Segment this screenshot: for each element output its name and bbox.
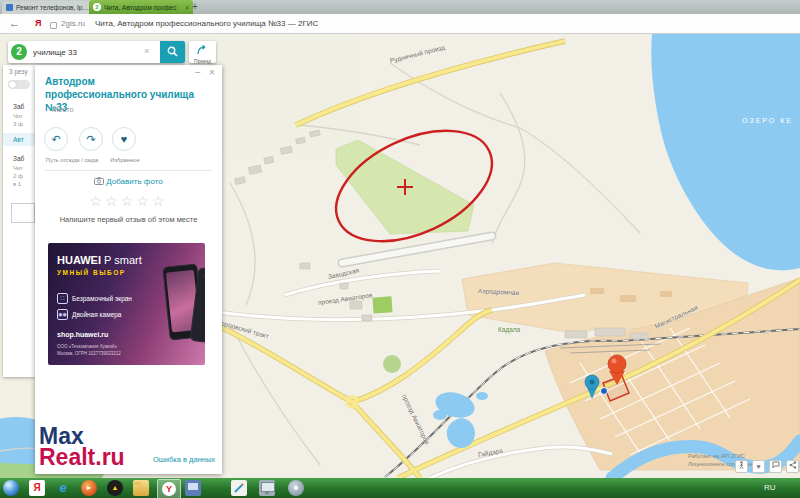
browser-address-bar: ← Я 2gis.ru Чита, Автодром профессиональ… (0, 14, 800, 34)
yandex-icon[interactable]: Я (35, 18, 41, 28)
start-button[interactable] (3, 480, 19, 496)
yandex-app-icon[interactable]: Я (29, 480, 45, 496)
ad-slogan: УМНЫЙ ВЫБОР (57, 269, 126, 276)
search-bar: 2 × (8, 41, 185, 63)
tab-title: Ремонт телефонов, Iphone (16, 4, 90, 11)
results-count: 3 резу (9, 68, 28, 75)
tab-favicon-2gis: 2 (93, 3, 101, 11)
result-item-sub: 3 ф (13, 121, 23, 127)
back-button[interactable]: ← (9, 17, 20, 29)
result-item-sub: 2 ф (13, 173, 23, 179)
yandex-browser-active-icon[interactable]: Y (157, 479, 181, 498)
close-card-button[interactable]: × (209, 67, 215, 78)
api-credit: Работает на API 2ГИС (688, 452, 757, 460)
route-icon (197, 45, 208, 55)
results-toggle[interactable] (8, 80, 30, 89)
heart-icon: ♥ (121, 133, 128, 145)
security-icon (50, 22, 57, 29)
comments-button[interactable] (769, 460, 782, 473)
place-kind: Место (52, 105, 74, 114)
browser-tab-inactive[interactable]: Ремонт телефонов, Iphone (2, 1, 94, 14)
pedestrian-button[interactable] (735, 460, 748, 473)
place-card: − × Автодром профессионального училища №… (35, 65, 222, 474)
result-item[interactable]: Заб (13, 103, 24, 110)
search-button[interactable] (160, 41, 185, 63)
rating-stars[interactable]: ☆☆☆☆☆ (35, 193, 222, 209)
ad-site-link[interactable]: shop.huawei.ru (57, 331, 108, 338)
route-to-button[interactable]: ↷ (79, 127, 103, 151)
huawei-ad-banner[interactable]: HUAWEI P smart УМНЫЙ ВЫБОР ⛶Безрамочный … (48, 243, 205, 365)
internet-explorer-icon[interactable]: e (55, 480, 71, 496)
close-tab-icon[interactable]: × (185, 4, 189, 11)
2gis-logo-icon: 2 (11, 44, 27, 60)
route-search-button[interactable]: Проезд (189, 41, 216, 63)
ad-legal: ООО «Техкомпания Хуавэй»Москва, ОГРН 102… (57, 344, 137, 358)
page-title: Чита, Автодром профессионального училища… (95, 19, 318, 28)
camera-icon (94, 177, 104, 185)
ad-feature-2: ◉◉Двойная камера (57, 309, 121, 320)
heart-icon: ♥ (756, 463, 760, 470)
app-icon-blue[interactable] (185, 480, 201, 496)
result-item[interactable]: Заб (13, 155, 24, 162)
ad-feature-1: ⛶Безрамочный экран (57, 293, 132, 304)
search-results-panel: 3 резу Заб Чит 3 ф Авт Заб Чит 2 ф в 1 (3, 65, 35, 377)
result-item-sub: в 1 (13, 181, 21, 187)
clear-search-icon[interactable]: × (144, 46, 149, 56)
result-item-sub: Чит (13, 113, 23, 119)
search-icon (167, 46, 178, 57)
ad-brand: HUAWEI P smart (57, 254, 142, 266)
favorites-button[interactable]: ♥ (752, 460, 765, 473)
add-photo-link[interactable]: Добавить фото (35, 177, 222, 186)
tab-favicon (6, 4, 13, 11)
folder-icon[interactable] (133, 480, 149, 496)
frameless-screen-icon: ⛶ (57, 293, 68, 304)
panel-widget[interactable] (11, 203, 35, 223)
browser-tab-active[interactable]: 2 Чита, Автодром профес × (89, 0, 193, 14)
app-icon-document[interactable] (231, 480, 247, 496)
language-indicator[interactable]: RU (764, 483, 776, 492)
minimize-button[interactable]: − (195, 67, 201, 78)
media-player-icon[interactable]: ▸ (81, 480, 97, 496)
result-item-selected[interactable]: Авт (13, 136, 24, 143)
dual-camera-icon: ◉◉ (57, 309, 68, 320)
route-from-button[interactable]: ↶ (44, 127, 68, 151)
app-icon-monitor[interactable] (259, 480, 275, 496)
data-error-link[interactable]: Ошибка в данных (153, 455, 215, 464)
tab-title: Чита, Автодром профес (104, 4, 183, 11)
favorite-label: Избранное (105, 157, 145, 163)
desktop-screen: Рудничный проезд Заводская проезд Авиато… (0, 0, 800, 498)
app-icon-disc[interactable] (288, 480, 304, 496)
share-button[interactable] (786, 460, 799, 473)
result-item-sub: Чит (13, 165, 23, 171)
new-tab-button[interactable]: + (192, 1, 198, 13)
route-button-label: Проезд (189, 58, 216, 64)
route-buttons-label: Путь отсюда / сюда (37, 157, 107, 163)
blue-dot-marker (601, 388, 608, 395)
route-from-icon: ↶ (51, 133, 60, 145)
divider (45, 170, 212, 171)
aimp-icon[interactable]: ▲ (107, 480, 123, 496)
windows-taskbar: Я e ▸ ▲ Y RU (0, 478, 800, 498)
route-to-icon: ↷ (86, 133, 95, 145)
favorite-button[interactable]: ♥ (112, 127, 136, 151)
browser-tab-bar: Ремонт телефонов, Iphone 2 Чита, Автодро… (0, 0, 800, 14)
watermark-line2: Realt.ru (39, 446, 125, 469)
map-action-buttons: ♥ (735, 460, 800, 473)
review-prompt: Напишите первый отзыв об этом месте (35, 215, 222, 224)
url-host[interactable]: 2gis.ru (61, 19, 85, 28)
search-input[interactable] (31, 44, 140, 61)
